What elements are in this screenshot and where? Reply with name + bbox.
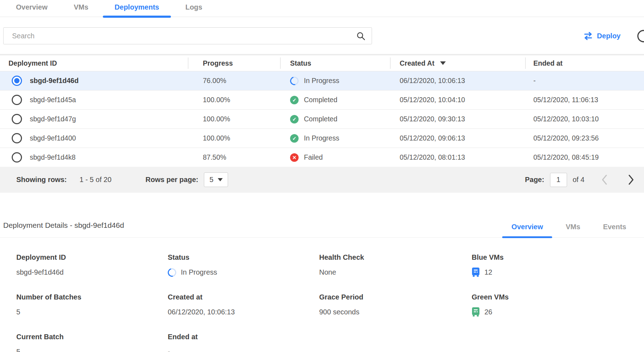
table-row[interactable]: sbgd-9ef1d400 100.00% In Progress 05/12/… xyxy=(0,128,644,148)
deployment-id-cell: sbgd-9ef1d4k8 xyxy=(0,152,188,163)
created-at-cell: 05/12/2020, 10:04:10 xyxy=(390,96,525,104)
showing-rows-label: Showing rows: xyxy=(16,176,67,184)
deployment-id-text: sbgd-9ef1d400 xyxy=(30,134,76,142)
status-cell: Completed xyxy=(280,96,390,104)
search-box xyxy=(3,27,372,44)
detail-field-label: Deployment ID xyxy=(16,253,168,262)
status-icon xyxy=(289,75,300,87)
row-radio-button[interactable] xyxy=(12,133,22,143)
row-radio-button[interactable] xyxy=(12,152,22,163)
detail-field-label: Grace Period xyxy=(319,293,472,301)
detail-field-label: Blue VMs xyxy=(472,253,644,262)
search-input[interactable] xyxy=(12,32,356,40)
main-tab-bar: Overview VMs Deployments Logs xyxy=(0,0,644,17)
deployment-id-cell: sbgd-9ef1d46d xyxy=(0,76,188,86)
sort-desc-icon[interactable] xyxy=(440,61,446,65)
detail-field-value: None xyxy=(319,267,472,277)
tab-deployments[interactable]: Deployments xyxy=(101,0,172,17)
deployments-table: Deployment ID Progress Status Created At… xyxy=(0,54,644,193)
detail-field-label: Ended at xyxy=(168,333,319,341)
detail-field-label: Green VMs xyxy=(472,293,644,301)
dropdown-caret-icon xyxy=(218,178,223,181)
previous-page-button[interactable] xyxy=(601,175,607,185)
blue-vm-icon xyxy=(472,268,480,277)
deploy-button[interactable]: Deploy xyxy=(583,32,621,40)
detail-field: Status In Progress xyxy=(168,253,319,277)
ended-at-cell: 05/12/2020, 10:03:10 xyxy=(525,115,644,123)
status-text: In Progress xyxy=(304,77,339,85)
table-body: sbgd-9ef1d46d 76.00% In Progress 06/12/2… xyxy=(0,71,644,167)
progress-cell: 100.00% xyxy=(188,96,280,104)
detail-field: Current Batch 5 xyxy=(16,333,168,352)
deployment-id-cell: sbgd-9ef1d47g xyxy=(0,114,188,124)
table-header: Deployment ID Progress Status Created At… xyxy=(0,55,644,71)
chevron-right-icon xyxy=(628,175,634,185)
detail-field: Blue VMs 12 xyxy=(472,253,644,277)
detail-field: Grace Period 900 seconds xyxy=(319,293,472,317)
page-label: Page: xyxy=(525,176,544,184)
deployment-id-text: sbgd-9ef1d47g xyxy=(30,115,76,123)
row-radio-button[interactable] xyxy=(12,76,22,86)
tab-logs[interactable]: Logs xyxy=(172,0,216,17)
status-icon xyxy=(290,115,299,123)
detail-field-value: - xyxy=(168,347,319,352)
swap-arrows-icon xyxy=(583,32,593,40)
detail-field-value: sbgd-9ef1d46d xyxy=(16,267,168,277)
detail-field-value: In Progress xyxy=(168,267,319,277)
rows-per-page-select[interactable]: 5 xyxy=(204,172,228,187)
deployment-id-cell: sbgd-9ef1d45a xyxy=(0,95,188,105)
detail-field: Deployment ID sbgd-9ef1d46d xyxy=(16,253,168,277)
status-cell: In Progress xyxy=(280,77,390,85)
details-header: Deployment Details - sbgd-9ef1d46d Overv… xyxy=(0,221,644,238)
tab-vms[interactable]: VMs xyxy=(61,0,101,17)
table-row[interactable]: sbgd-9ef1d4k8 87.50% Failed 05/12/2020, … xyxy=(0,148,644,167)
column-header-created-at[interactable]: Created At xyxy=(390,59,525,67)
in-progress-spinner-icon xyxy=(166,266,178,278)
search-icon[interactable] xyxy=(356,32,365,40)
created-at-cell: 05/12/2020, 09:30:13 xyxy=(390,115,525,123)
row-radio-button[interactable] xyxy=(12,114,22,124)
next-page-button[interactable] xyxy=(628,175,634,185)
details-tab-bar: Overview VMs Events xyxy=(500,223,638,237)
detail-field: Health Check None xyxy=(319,253,472,277)
details-tab-vms[interactable]: VMs xyxy=(554,223,592,237)
toolbar: Deploy xyxy=(3,27,644,44)
ended-at-cell: 05/12/2020, 09:23:56 xyxy=(525,134,644,142)
detail-field-value: 06/12/2020, 10:06:13 xyxy=(168,307,319,317)
ended-at-cell: 05/12/2020, 08:45:19 xyxy=(525,153,644,161)
created-at-cell: 05/12/2020, 08:01:13 xyxy=(390,153,525,161)
ended-at-cell: 05/12/2020, 11:06:13 xyxy=(525,96,644,104)
progress-cell: 100.00% xyxy=(188,115,280,123)
table-row[interactable]: sbgd-9ef1d47g 100.00% Completed 05/12/20… xyxy=(0,109,644,128)
tab-overview[interactable]: Overview xyxy=(3,0,61,17)
progress-cell: 76.00% xyxy=(188,77,280,85)
refresh-icon[interactable] xyxy=(637,29,644,43)
table-footer: Showing rows: 1 - 5 of 20 Rows per page:… xyxy=(0,167,644,193)
table-row[interactable]: sbgd-9ef1d46d 76.00% In Progress 06/12/2… xyxy=(0,71,644,90)
created-at-cell: 05/12/2020, 09:06:13 xyxy=(390,134,525,142)
detail-field-value: 900 seconds xyxy=(319,307,472,317)
column-header-progress: Progress xyxy=(188,59,280,67)
detail-field: Ended at - xyxy=(168,333,319,352)
detail-field: Created at 06/12/2020, 10:06:13 xyxy=(168,293,319,317)
row-radio-button[interactable] xyxy=(12,95,22,105)
table-row[interactable]: sbgd-9ef1d45a 100.00% Completed 05/12/20… xyxy=(0,90,644,109)
detail-field-label: Number of Batches xyxy=(16,293,168,301)
detail-field-value: 5 xyxy=(16,307,168,317)
progress-cell: 87.50% xyxy=(188,153,280,161)
details-tab-overview[interactable]: Overview xyxy=(500,223,554,237)
column-header-status: Status xyxy=(280,59,390,67)
detail-field-value: 26 xyxy=(472,307,644,317)
detail-field-label: Current Batch xyxy=(16,333,168,341)
deployment-id-text: sbgd-9ef1d45a xyxy=(30,96,76,104)
deployment-id-text: sbgd-9ef1d4k8 xyxy=(30,153,76,161)
details-tab-events[interactable]: Events xyxy=(592,223,638,237)
detail-field: Number of Batches 5 xyxy=(16,293,168,317)
status-icon xyxy=(290,153,299,162)
detail-field: Green VMs 26 xyxy=(472,293,644,317)
deployment-id-text: sbgd-9ef1d46d xyxy=(30,77,79,85)
status-icon xyxy=(290,134,299,143)
page-number-input[interactable] xyxy=(550,173,567,187)
status-cell: Failed xyxy=(280,153,390,162)
showing-rows-value: 1 - 5 of 20 xyxy=(79,176,111,184)
